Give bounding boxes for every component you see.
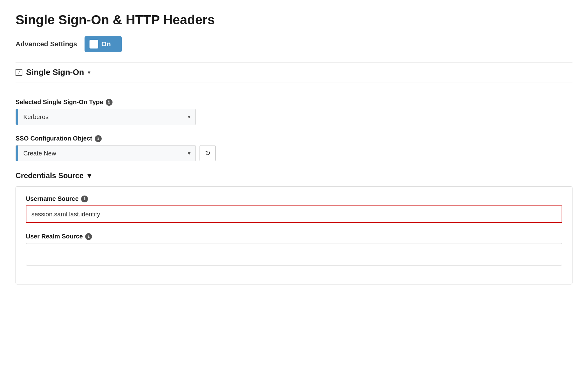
page-title: Single Sign-On & HTTP Headers (16, 12, 572, 27)
sso-section-title: Single Sign-On (26, 67, 84, 77)
sso-config-value: Create New (18, 150, 183, 157)
username-source-info-icon[interactable]: ℹ (81, 196, 88, 202)
sso-config-select-wrapper: Create New ▾ ↻ (16, 145, 572, 161)
advanced-settings-toggle[interactable]: On (85, 36, 122, 52)
toggle-label: On (101, 40, 111, 48)
sso-chevron-down-icon[interactable]: ▾ (88, 69, 90, 76)
username-source-label-text: Username Source (26, 195, 79, 202)
sso-type-value: Kerberos (18, 113, 183, 121)
sso-type-select-wrapper: Kerberos ▾ (16, 109, 572, 125)
username-source-field-group: Username Source ℹ (26, 195, 562, 223)
credentials-header: Credentials Source ▾ (16, 171, 572, 180)
sso-config-label-text: SSO Configuration Object (16, 135, 92, 142)
sso-type-label-text: Selected Single Sign-On Type (16, 99, 103, 106)
sso-config-info-icon[interactable]: ℹ (95, 135, 102, 142)
user-realm-source-field-group: User Realm Source ℹ (26, 233, 562, 265)
refresh-icon: ↻ (205, 149, 210, 157)
credentials-chevron-icon[interactable]: ▾ (87, 171, 91, 180)
username-source-label: Username Source ℹ (26, 195, 562, 202)
user-realm-source-label: User Realm Source ℹ (26, 233, 562, 240)
sso-config-chevron-icon: ▾ (183, 150, 195, 157)
sso-type-info-icon[interactable]: ℹ (106, 99, 113, 106)
sso-config-field-group: SSO Configuration Object ℹ Create New ▾ … (16, 135, 572, 161)
user-realm-source-label-text: User Realm Source (26, 233, 83, 240)
credentials-section: Credentials Source ▾ Username Source ℹ U… (16, 171, 572, 284)
user-realm-source-info-icon[interactable]: ℹ (85, 233, 92, 240)
sso-type-chevron-icon: ▾ (183, 113, 195, 120)
checkmark-icon: ✓ (17, 69, 21, 75)
refresh-button[interactable]: ↻ (200, 145, 216, 161)
sso-type-label: Selected Single Sign-On Type ℹ (16, 99, 572, 106)
credentials-title: Credentials Source (16, 171, 84, 180)
select-left-bar-2 (16, 145, 18, 161)
advanced-settings-row: Advanced Settings On (16, 36, 572, 52)
toggle-knob (90, 40, 98, 48)
sso-config-label: SSO Configuration Object ℹ (16, 135, 572, 142)
sso-type-field-group: Selected Single Sign-On Type ℹ Kerberos … (16, 99, 572, 125)
credentials-box: Username Source ℹ User Realm Source ℹ (16, 186, 572, 284)
select-left-bar (16, 109, 18, 125)
sso-checkbox[interactable]: ✓ (16, 69, 22, 76)
section-divider (16, 82, 572, 82)
user-realm-source-input[interactable] (26, 243, 562, 265)
sso-type-select[interactable]: Kerberos ▾ (16, 109, 196, 125)
sso-section-content: Selected Single Sign-On Type ℹ Kerberos … (16, 92, 572, 284)
sso-section-header: ✓ Single Sign-On ▾ (16, 62, 572, 82)
username-source-input[interactable] (26, 205, 562, 223)
advanced-settings-label: Advanced Settings (16, 40, 77, 48)
sso-config-select[interactable]: Create New ▾ (16, 145, 196, 161)
